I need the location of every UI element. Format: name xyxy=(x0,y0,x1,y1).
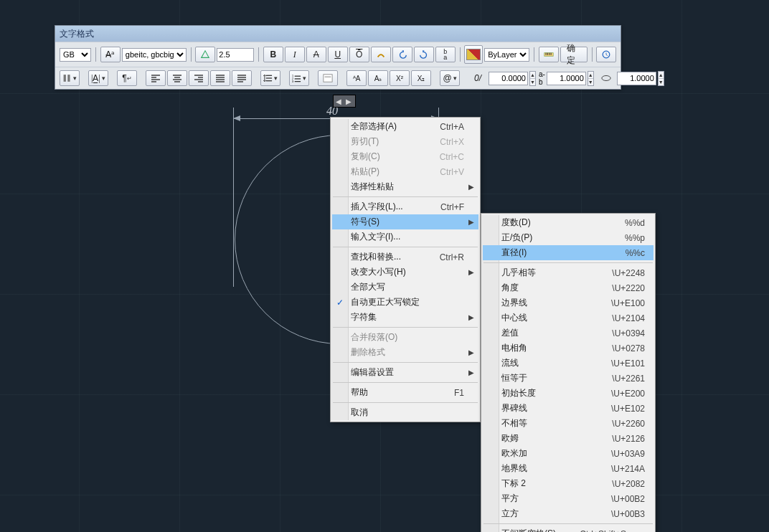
check-icon: ✓ xyxy=(336,298,344,308)
svg-rect-38 xyxy=(325,76,331,77)
menu-item-identical[interactable]: 恒等于\U+2261 xyxy=(483,371,654,386)
bold-button[interactable]: B xyxy=(263,47,283,62)
menu-item-plusminus[interactable]: 正/负(P)%%p xyxy=(483,230,654,245)
menu-item-symbol[interactable]: 符号(S)▶ xyxy=(332,214,478,229)
menu-separator xyxy=(483,262,653,263)
menu-item-flowline[interactable]: 流线\U+E101 xyxy=(483,356,654,371)
menu-item-sub2[interactable]: 下标 2\U+2082 xyxy=(483,476,654,491)
text-size-input[interactable] xyxy=(217,48,254,62)
clear-format-button[interactable] xyxy=(371,47,391,62)
menu-item-approx[interactable]: 几乎相等\U+2248 xyxy=(483,265,654,280)
menu-item-insert-field[interactable]: 插入字段(L)...Ctrl+F xyxy=(332,199,478,214)
align-right-button[interactable]: line{stroke:#333;stroke-width:1.4} xyxy=(189,70,209,86)
menu-item-diameter[interactable]: 直径(I)%%c xyxy=(483,245,654,260)
menu-item-centerline[interactable]: 中心线\U+2104 xyxy=(483,310,654,326)
numbering-button[interactable]: 123line{stroke:#333;stroke-width:1.4} xyxy=(289,70,309,86)
menu-item-select-all[interactable]: 全部选择(A)Ctrl+A xyxy=(332,119,478,134)
ok-button[interactable]: 确定 xyxy=(560,47,588,62)
width-factor-input[interactable] xyxy=(617,72,656,85)
subscript-button[interactable]: X₂ xyxy=(411,70,431,86)
svg-point-39 xyxy=(602,76,610,81)
stack-button[interactable]: ba xyxy=(435,47,456,62)
svg-rect-6 xyxy=(64,75,66,82)
menu-item-cubed[interactable]: 立方\U+00B3 xyxy=(483,506,654,521)
menu-item-ohm[interactable]: 欧姆\U+2126 xyxy=(483,431,654,446)
menu-item-omega[interactable]: 欧米加\U+03A9 xyxy=(483,446,654,461)
menu-item-property[interactable]: 地界线\U+214A xyxy=(483,461,654,476)
menu-item-monument[interactable]: 界碑线\U+E102 xyxy=(483,401,654,416)
tracking-spinner[interactable]: ▲▼ xyxy=(588,71,594,86)
italic-button[interactable]: I xyxy=(285,47,305,62)
menu-item-paste[interactable]: 粘贴(P)Ctrl+V xyxy=(332,164,478,179)
menu-item-boundary[interactable]: 边界线\U+E100 xyxy=(483,295,654,310)
svg-text:3: 3 xyxy=(292,80,293,83)
toolbar-row-1: GB A̶ᵃ gbeitc, gbcbig B I A U Ō xyxy=(55,42,621,67)
text-style-select[interactable]: gbeitc, gbcbig xyxy=(122,48,187,62)
tracking-icon: a-b xyxy=(539,70,545,86)
menu-item-find-replace[interactable]: 查找和替换...Ctrl+R xyxy=(332,250,478,265)
menu-item-nbsp[interactable]: 不间断空格(S)Ctrl+Shift+Space xyxy=(483,526,654,532)
color-swatch-button[interactable] xyxy=(464,45,483,64)
menu-separator xyxy=(333,402,478,403)
uppercase-button[interactable]: ᴬA xyxy=(346,70,367,86)
menu-item-help[interactable]: 帮助F1 xyxy=(332,385,478,400)
annotative-button[interactable] xyxy=(195,47,215,62)
dimension-arrow-left xyxy=(233,115,240,121)
menu-item-squared[interactable]: 平方\U+00B2 xyxy=(483,491,654,506)
tracking-input[interactable] xyxy=(547,72,586,85)
menu-item-change-case[interactable]: 改变大小写(H)▶ xyxy=(332,265,478,280)
menu-item-merge-para[interactable]: 合并段落(O) xyxy=(332,330,478,345)
options-button[interactable] xyxy=(596,47,616,62)
align-distribute-button[interactable]: line{stroke:#333;stroke-width:1.4} xyxy=(232,70,252,86)
font-family-select[interactable]: GB xyxy=(60,48,91,62)
oblique-input[interactable] xyxy=(489,72,528,85)
menu-item-all-caps[interactable]: 全部大写 xyxy=(332,280,478,295)
menu-item-remove-fmt[interactable]: 删除格式▶ xyxy=(332,345,478,360)
insert-field-button[interactable] xyxy=(318,70,338,86)
lowercase-button[interactable]: Aₐ xyxy=(368,70,388,86)
menu-item-charset[interactable]: 字符集▶ xyxy=(332,310,478,325)
menu-item-degree[interactable]: 度数(D)%%d xyxy=(483,215,654,230)
paragraph-button[interactable]: ¶↵ xyxy=(117,70,137,86)
symbol-button[interactable]: @ xyxy=(440,70,460,86)
superscript-button[interactable]: X² xyxy=(390,70,410,86)
strike-font-button[interactable]: A xyxy=(306,47,326,62)
menu-item-notequal[interactable]: 不相等\U+2260 xyxy=(483,416,654,431)
drawing-canvas[interactable]: 40 ◀ ▶ 文字格式 GB A̶ᵃ gbeitc, gbcbig B I A … xyxy=(0,0,769,532)
overline-button[interactable]: Ō xyxy=(349,47,369,62)
align-left-button[interactable]: line{stroke:#333;stroke-width:1.4} xyxy=(146,70,166,86)
toolbar-row-2: |A̲| ¶↵ line{stroke:#333;stroke-width:1.… xyxy=(55,67,621,89)
align-center-button[interactable]: line{stroke:#333;stroke-width:1.4} xyxy=(167,70,187,86)
svg-rect-37 xyxy=(324,75,332,82)
menu-item-paste-special[interactable]: 选择性粘贴▶ xyxy=(332,179,478,194)
redo-button[interactable] xyxy=(414,47,434,62)
menu-item-phase[interactable]: 电相角\U+0278 xyxy=(483,341,654,356)
columns-button[interactable] xyxy=(60,70,80,86)
menu-item-import-text[interactable]: 输入文字(I)... xyxy=(332,229,478,244)
mtext-justify-button[interactable]: |A̲| xyxy=(88,70,108,86)
panel-title: 文字格式 xyxy=(55,26,621,42)
menu-item-cut[interactable]: 剪切(T)Ctrl+X xyxy=(332,134,478,149)
text-format-panel: 文字格式 GB A̶ᵃ gbeitc, gbcbig B I A U Ō xyxy=(55,25,621,90)
oblique-spinner[interactable]: ▲▼ xyxy=(529,71,536,86)
menu-separator xyxy=(333,382,478,383)
menu-separator xyxy=(333,247,478,247)
menu-item-cancel[interactable]: 取消 xyxy=(332,405,478,420)
color-swatch xyxy=(466,49,481,60)
width-factor-spinner[interactable]: ▲▼ xyxy=(658,71,664,86)
menu-item-autocaps[interactable]: ✓自动更正大写锁定 xyxy=(332,295,478,310)
underline-button[interactable]: U xyxy=(328,47,348,62)
menu-item-copy[interactable]: 复制(C)Ctrl+C xyxy=(332,149,478,164)
menu-separator xyxy=(483,523,653,524)
menu-item-initlen[interactable]: 初始长度\U+E200 xyxy=(483,386,654,401)
menu-item-editor-settings[interactable]: 编辑器设置▶ xyxy=(332,365,478,380)
ruler-button[interactable] xyxy=(539,47,559,62)
undo-button[interactable] xyxy=(392,47,412,62)
line-spacing-button[interactable]: line{stroke:#333;stroke-width:1.4} xyxy=(260,70,280,86)
align-justify-button[interactable]: line{stroke:#333;stroke-width:1.4} xyxy=(210,70,230,86)
menu-separator xyxy=(333,196,478,197)
menu-item-delta[interactable]: 差值\U+0394 xyxy=(483,326,654,341)
menu-item-angle[interactable]: 角度\U+2220 xyxy=(483,280,654,295)
ruler-tab-handle[interactable]: ◀ ▶ xyxy=(333,95,356,108)
color-layer-select[interactable]: ByLayer xyxy=(484,48,529,62)
